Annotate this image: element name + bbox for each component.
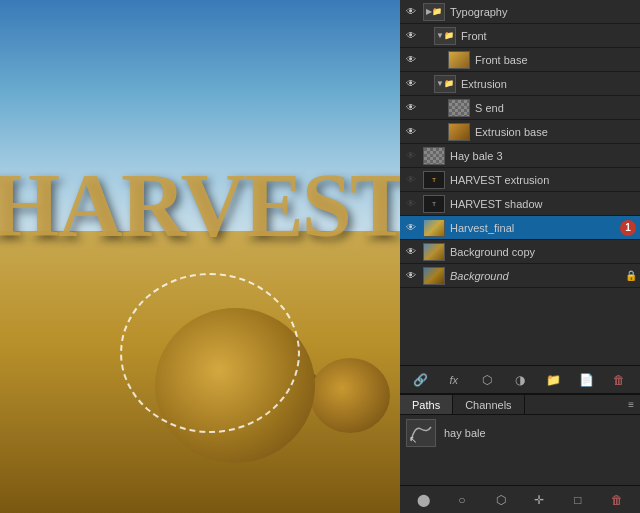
layer-harvest-extrusion[interactable]: 👁 T HARVEST extrusion	[400, 168, 640, 192]
canvas-area: HARVEST	[0, 0, 400, 513]
delete-layer-button[interactable]: 🗑	[609, 370, 629, 390]
thumb-harvest-final	[423, 219, 445, 237]
tab-paths[interactable]: Paths	[400, 395, 453, 414]
fill-path-button[interactable]: ⬤	[413, 490, 433, 510]
name-s-end: S end	[473, 102, 638, 114]
visibility-front[interactable]: 👁	[402, 27, 420, 45]
selection-to-path-button[interactable]: ✛	[529, 490, 549, 510]
visibility-harvest-final[interactable]: 👁	[402, 219, 420, 237]
thumb-background-copy	[423, 243, 445, 261]
thumb-hay-bale-3	[423, 147, 445, 165]
thumb-extrusion: ▼📁	[434, 75, 456, 93]
right-panel: 👁 ▶📁 Typography 👁 ▼📁 Front 👁 Front base …	[400, 0, 640, 513]
path-thumb-hay-bale: ↖	[406, 419, 436, 447]
path-hay-bale[interactable]: ↖ hay bale	[400, 415, 640, 451]
paths-toolbar: ⬤ ○ ⬡ ✛ □ 🗑	[400, 485, 640, 513]
name-background: Background	[448, 270, 624, 282]
name-extrusion-base: Extrusion base	[473, 126, 638, 138]
hay-bale-right	[310, 358, 390, 433]
canvas-image: HARVEST	[0, 0, 400, 513]
name-harvest-shadow: HARVEST shadow	[448, 198, 638, 210]
harvest-text: HARVEST	[0, 154, 400, 257]
visibility-front-base[interactable]: 👁	[402, 51, 420, 69]
paths-panel: ↖ hay bale	[400, 415, 640, 485]
path-selection-button[interactable]: ⬡	[491, 490, 511, 510]
new-layer-button[interactable]: 📄	[576, 370, 596, 390]
thumb-harvest-shadow: T	[423, 195, 445, 213]
folder-button[interactable]: 📁	[543, 370, 563, 390]
layer-extrusion[interactable]: 👁 ▼📁 Extrusion	[400, 72, 640, 96]
mask-button[interactable]: ⬡	[477, 370, 497, 390]
tab-channels[interactable]: Channels	[453, 395, 524, 414]
name-harvest-final: Harvest_final	[448, 222, 620, 234]
panel-menu-icon[interactable]: ≡	[622, 395, 640, 414]
visibility-typography[interactable]: 👁	[402, 3, 420, 21]
layer-s-end[interactable]: 👁 S end	[400, 96, 640, 120]
layer-background-copy[interactable]: 👁 Background copy	[400, 240, 640, 264]
name-typography: Typography	[448, 6, 638, 18]
thumb-typography: ▶📁	[423, 3, 445, 21]
visibility-hay-bale-3[interactable]: 👁	[402, 147, 420, 165]
layer-harvest-final[interactable]: 👁 Harvest_final 1	[400, 216, 640, 240]
thumb-front: ▼📁	[434, 27, 456, 45]
svg-text:↖: ↖	[409, 434, 417, 445]
name-harvest-extrusion: HARVEST extrusion	[448, 174, 638, 186]
selection-area	[120, 273, 300, 433]
visibility-extrusion-base[interactable]: 👁	[402, 123, 420, 141]
layer-front[interactable]: 👁 ▼📁 Front	[400, 24, 640, 48]
layer-hay-bale-3[interactable]: 👁 Hay bale 3	[400, 144, 640, 168]
name-front-base: Front base	[473, 54, 638, 66]
layer-extrusion-base[interactable]: 👁 Extrusion base	[400, 120, 640, 144]
stroke-path-button[interactable]: ○	[452, 490, 472, 510]
link-button[interactable]: 🔗	[411, 370, 431, 390]
name-extrusion: Extrusion	[459, 78, 638, 90]
thumb-front-base	[448, 51, 470, 69]
name-hay-bale-3: Hay bale 3	[448, 150, 638, 162]
visibility-harvest-extrusion[interactable]: 👁	[402, 171, 420, 189]
layers-panel[interactable]: 👁 ▶📁 Typography 👁 ▼📁 Front 👁 Front base …	[400, 0, 640, 365]
layer-front-base[interactable]: 👁 Front base	[400, 48, 640, 72]
name-background-copy: Background copy	[448, 246, 638, 258]
layer-background[interactable]: 👁 Background 🔒	[400, 264, 640, 288]
lock-background: 🔒	[624, 270, 638, 281]
badge-harvest-final: 1	[620, 220, 636, 236]
delete-path-button[interactable]: 🗑	[607, 490, 627, 510]
layer-harvest-shadow[interactable]: 👁 T HARVEST shadow	[400, 192, 640, 216]
adjust-button[interactable]: ◑	[510, 370, 530, 390]
visibility-background-copy[interactable]: 👁	[402, 243, 420, 261]
visibility-background[interactable]: 👁	[402, 267, 420, 285]
bottom-tabs: Paths Channels ≡	[400, 393, 640, 415]
layer-typography[interactable]: 👁 ▶📁 Typography	[400, 0, 640, 24]
layers-toolbar: 🔗 fx ⬡ ◑ 📁 📄 🗑	[400, 365, 640, 393]
thumb-harvest-extrusion: T	[423, 171, 445, 189]
thumb-background	[423, 267, 445, 285]
name-front: Front	[459, 30, 638, 42]
visibility-s-end[interactable]: 👁	[402, 99, 420, 117]
visibility-harvest-shadow[interactable]: 👁	[402, 195, 420, 213]
new-path-button[interactable]: □	[568, 490, 588, 510]
fx-button[interactable]: fx	[444, 370, 464, 390]
visibility-extrusion[interactable]: 👁	[402, 75, 420, 93]
path-name-hay-bale: hay bale	[444, 427, 486, 439]
thumb-s-end	[448, 99, 470, 117]
thumb-extrusion-base	[448, 123, 470, 141]
